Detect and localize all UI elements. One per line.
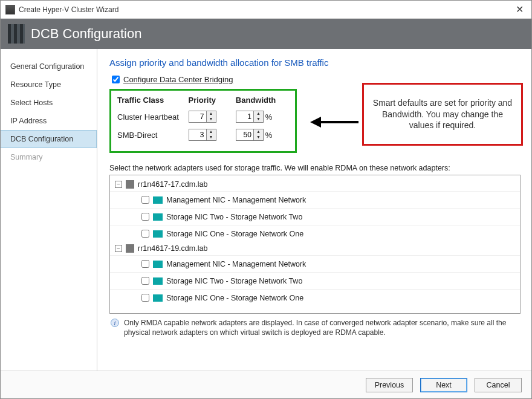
nic-label: Management NIC - Management Network bbox=[166, 196, 306, 204]
titlebar: Create Hyper-V Cluster Wizard ✕ bbox=[1, 1, 531, 19]
spin-down-icon[interactable]: ▼ bbox=[254, 117, 263, 122]
spin-down-icon[interactable]: ▼ bbox=[207, 117, 216, 122]
collapse-icon[interactable]: − bbox=[115, 245, 122, 252]
configure-dcb-checkbox[interactable] bbox=[112, 76, 120, 83]
priority-stepper-cluster-heartbeat[interactable]: ▲▼ bbox=[189, 111, 216, 123]
banner-title: DCB Configuration bbox=[31, 26, 141, 42]
nic-row[interactable]: Storage NIC Two - Storage Network Two bbox=[110, 208, 520, 225]
sidebar-item-general-configuration[interactable]: General Configuration bbox=[1, 57, 97, 76]
nic-label: Storage NIC Two - Storage Network Two bbox=[166, 213, 302, 221]
nic-icon bbox=[153, 277, 163, 285]
nic-icon bbox=[153, 294, 163, 302]
percent-suffix: % bbox=[265, 131, 273, 140]
network-adapter-tree[interactable]: − rr1n4617-17.cdm.lab Management NIC - M… bbox=[109, 175, 521, 314]
nic-icon bbox=[153, 196, 163, 204]
host-label: rr1n4617-19.cdm.lab bbox=[138, 244, 207, 253]
main-panel: Assign priority and bandwidth allocation… bbox=[97, 49, 531, 371]
spin-down-icon[interactable]: ▼ bbox=[207, 135, 216, 140]
nic-row[interactable]: Storage NIC One - Storage Network One bbox=[110, 225, 520, 242]
nic-row[interactable]: Storage NIC One - Storage Network One bbox=[110, 289, 520, 306]
app-icon bbox=[5, 5, 15, 15]
priority-input[interactable] bbox=[189, 111, 206, 122]
spin-down-icon[interactable]: ▼ bbox=[254, 135, 263, 140]
nic-checkbox[interactable] bbox=[141, 196, 149, 204]
page-title: Assign priority and bandwidth allocation… bbox=[109, 57, 521, 68]
nic-label: Storage NIC One - Storage Network One bbox=[166, 230, 303, 238]
nic-icon bbox=[153, 261, 163, 268]
configure-dcb-label[interactable]: Configure Data Center Bridging bbox=[123, 75, 233, 84]
traffic-class-table: Traffic Class Priority Bandwidth Cluster… bbox=[109, 89, 297, 153]
column-header-traffic-class: Traffic Class bbox=[117, 96, 189, 105]
spin-up-icon[interactable]: ▲ bbox=[207, 129, 216, 135]
nic-checkbox[interactable] bbox=[141, 213, 149, 221]
host-row[interactable]: − rr1n4617-19.cdm.lab bbox=[110, 242, 520, 255]
previous-button[interactable]: Previous bbox=[366, 378, 413, 392]
wizard-footer: Previous Next Cancel bbox=[1, 371, 531, 398]
sidebar-item-dcb-configuration[interactable]: DCB Configuration bbox=[1, 130, 97, 148]
column-header-bandwidth: Bandwidth bbox=[236, 96, 289, 105]
nic-checkbox[interactable] bbox=[141, 294, 149, 302]
sidebar-item-summary: Summary bbox=[1, 148, 97, 166]
svg-marker-1 bbox=[310, 117, 321, 128]
nic-row[interactable]: Storage NIC Two - Storage Network Two bbox=[110, 272, 520, 289]
arrow-left-icon bbox=[308, 113, 360, 131]
traffic-row-cluster-heartbeat: Cluster Heartbeat ▲▼ ▲▼ bbox=[117, 111, 289, 123]
adapter-instructions: Select the network adapters used for sto… bbox=[109, 164, 521, 172]
callout-box: Smart defaults are set for priority and … bbox=[362, 83, 523, 146]
close-icon[interactable]: ✕ bbox=[512, 4, 527, 15]
info-row: i Only RMDA capable network adapters are… bbox=[111, 319, 519, 337]
info-text: Only RMDA capable network adapters are d… bbox=[124, 319, 519, 337]
next-button[interactable]: Next bbox=[420, 378, 467, 392]
server-icon bbox=[126, 180, 134, 189]
nic-row[interactable]: Management NIC - Management Network bbox=[110, 191, 520, 208]
info-icon: i bbox=[111, 319, 119, 327]
bandwidth-stepper-smb-direct[interactable]: ▲▼ bbox=[236, 129, 264, 141]
bandwidth-stepper-cluster-heartbeat[interactable]: ▲▼ bbox=[236, 111, 264, 123]
traffic-row-smb-direct: SMB-Direct ▲▼ ▲▼ % bbox=[117, 129, 289, 141]
spin-up-icon[interactable]: ▲ bbox=[254, 129, 263, 135]
host-row[interactable]: − rr1n4617-17.cdm.lab bbox=[110, 178, 520, 191]
banner: DCB Configuration bbox=[1, 19, 531, 49]
nic-checkbox[interactable] bbox=[141, 277, 149, 285]
collapse-icon[interactable]: − bbox=[115, 181, 122, 188]
nic-icon bbox=[153, 230, 163, 238]
window-title: Create Hyper-V Cluster Wizard bbox=[19, 5, 512, 14]
percent-suffix: % bbox=[265, 112, 273, 122]
spin-up-icon[interactable]: ▲ bbox=[207, 111, 216, 117]
callout-text: Smart defaults are set for priority and … bbox=[371, 97, 514, 132]
priority-input[interactable] bbox=[189, 129, 206, 140]
spin-up-icon[interactable]: ▲ bbox=[254, 111, 263, 117]
nic-label: Storage NIC Two - Storage Network Two bbox=[166, 277, 302, 285]
wizard-steps-sidebar: General Configuration Resource Type Sele… bbox=[1, 49, 97, 371]
traffic-class-label: Cluster Heartbeat bbox=[117, 112, 189, 122]
nic-label: Storage NIC One - Storage Network One bbox=[166, 294, 303, 302]
sidebar-item-resource-type[interactable]: Resource Type bbox=[1, 76, 97, 94]
nic-checkbox[interactable] bbox=[141, 260, 149, 268]
sidebar-item-ip-address[interactable]: IP Address bbox=[1, 112, 97, 130]
server-icon bbox=[126, 244, 134, 253]
servers-icon bbox=[8, 24, 25, 44]
cancel-button[interactable]: Cancel bbox=[475, 378, 522, 392]
traffic-class-label: SMB-Direct bbox=[117, 131, 189, 140]
sidebar-item-select-hosts[interactable]: Select Hosts bbox=[1, 94, 97, 112]
nic-row[interactable]: Management NIC - Management Network bbox=[110, 255, 520, 272]
column-header-priority: Priority bbox=[189, 96, 236, 105]
nic-checkbox[interactable] bbox=[141, 230, 149, 238]
priority-stepper-smb-direct[interactable]: ▲▼ bbox=[189, 129, 216, 141]
nic-label: Management NIC - Management Network bbox=[166, 260, 306, 268]
bandwidth-input[interactable] bbox=[236, 129, 253, 140]
nic-icon bbox=[153, 213, 163, 221]
host-label: rr1n4617-17.cdm.lab bbox=[138, 180, 207, 189]
bandwidth-input[interactable] bbox=[236, 111, 253, 122]
